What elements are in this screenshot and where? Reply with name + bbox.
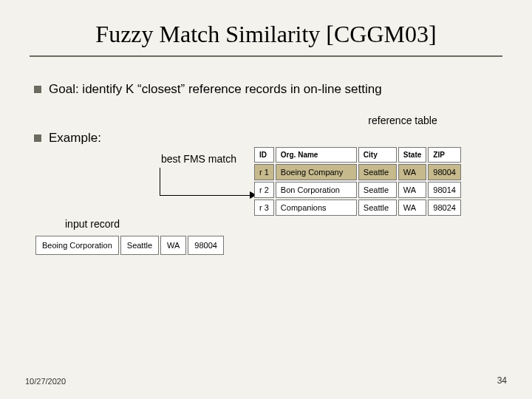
input-record-label: input record [65,218,120,230]
cell-org: Beoing Corporation [35,236,119,255]
cell-id: r 1 [254,164,274,180]
cell-city: Seattle [120,236,159,255]
cell-state: WA [398,182,426,198]
table-header-row: ID Org. Name City State ZIP [254,147,461,163]
slide-content: Goal: identify K “closest” reference rec… [0,57,532,293]
slide-title: Fuzzy Match Similarity [CGGM03] [30,21,502,48]
cell-org: Companions [276,200,357,216]
cell-city: Seattle [358,164,397,180]
bullet-goal-text: Goal: identify K “closest” reference rec… [49,82,382,97]
input-record-table: Beoing Corporation Seattle WA 98004 [34,234,225,256]
cell-zip: 98024 [428,200,461,216]
col-id: ID [254,147,274,163]
col-zip: ZIP [428,147,461,163]
diagram-area: best FMS match ID Org. Name City State Z… [34,146,498,293]
table-row: r 3 Companions Seattle WA 98024 [254,200,461,216]
square-bullet-icon [34,86,41,93]
cell-city: Seattle [358,200,397,216]
table-row: r 2 Bon Corporation Seattle WA 98014 [254,182,461,198]
cell-id: r 3 [254,200,274,216]
best-fms-match-label: best FMS match [161,153,236,165]
cell-org: Bon Corporation [276,182,357,198]
cell-zip: 98004 [428,164,461,180]
square-bullet-icon [34,134,41,142]
cell-zip: 98014 [428,182,461,198]
reference-table-label: reference table [307,115,498,126]
table-row: r 1 Boeing Company Seattle WA 98004 [254,164,461,180]
cell-state: WA [398,164,426,180]
title-bar: Fuzzy Match Similarity [CGGM03] [30,21,502,57]
cell-state: WA [160,236,186,255]
reference-table: ID Org. Name City State ZIP r 1 Boeing C… [253,146,463,217]
table-row: Beoing Corporation Seattle WA 98004 [35,236,224,255]
col-city: City [358,147,397,163]
bullet-example: Example: [34,131,498,146]
cell-org: Boeing Company [276,164,357,180]
cell-city: Seattle [358,182,397,198]
col-state: State [398,147,426,163]
footer-page-number: 34 [497,375,507,386]
cell-zip: 98004 [188,236,224,255]
cell-id: r 2 [254,182,274,198]
bullet-example-text: Example: [49,131,101,146]
cell-state: WA [398,200,426,216]
bullet-goal: Goal: identify K “closest” reference rec… [34,82,498,97]
footer-date: 10/27/2020 [25,377,66,386]
arrow-icon [160,168,256,196]
col-org: Org. Name [276,147,357,163]
